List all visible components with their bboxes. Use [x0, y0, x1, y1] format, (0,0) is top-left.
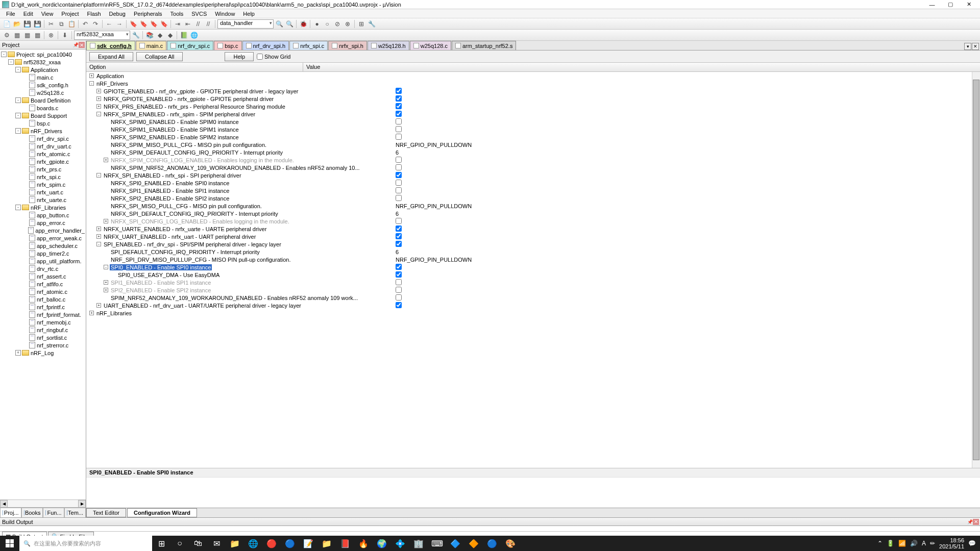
- save-icon[interactable]: 💾: [22, 19, 32, 29]
- option-checkbox[interactable]: [396, 218, 402, 224]
- tree-item[interactable]: app_button.c: [0, 211, 86, 219]
- breakpoint-insert-icon[interactable]: ●: [312, 19, 322, 29]
- find-combo[interactable]: data_handler: [217, 19, 274, 29]
- menu-debug[interactable]: Debug: [105, 9, 130, 18]
- expand-icon[interactable]: +: [15, 350, 21, 356]
- tree-item[interactable]: main.c: [0, 73, 86, 81]
- expand-icon[interactable]: +: [96, 234, 101, 239]
- tree-item[interactable]: nrf_fprintf.c: [0, 303, 86, 311]
- option-column-header[interactable]: Option: [86, 63, 303, 71]
- show-grid-input[interactable]: [257, 54, 263, 60]
- panel-tab[interactable]: Books: [21, 508, 43, 517]
- expand-icon[interactable]: -: [15, 128, 21, 134]
- option-value[interactable]: NRF_GPIO_PIN_PULLDOWN: [396, 203, 472, 209]
- menu-file[interactable]: File: [2, 9, 19, 18]
- option-row[interactable]: NRFX_SPIM0_ENABLED - Enable SPIM0 instan…: [86, 118, 980, 126]
- menu-window[interactable]: Window: [211, 9, 239, 18]
- expand-icon[interactable]: -: [1, 52, 7, 57]
- option-checkbox[interactable]: [396, 111, 402, 117]
- debug-icon[interactable]: 🐞: [299, 19, 308, 29]
- tree-item[interactable]: nrf_atomic.c: [0, 288, 86, 295]
- maximize-button[interactable]: ▢: [941, 0, 960, 9]
- tree-item[interactable]: nrf_assert.c: [0, 272, 86, 280]
- tree-item[interactable]: app_scheduler.c: [0, 242, 86, 249]
- app-icon[interactable]: 🔥: [354, 536, 373, 551]
- option-row[interactable]: +Application: [86, 72, 980, 80]
- option-checkbox[interactable]: [396, 172, 402, 178]
- option-checkbox[interactable]: [396, 164, 402, 170]
- uvision-icon[interactable]: 🔶: [464, 536, 483, 551]
- tab-text-editor[interactable]: Text Editor: [86, 508, 126, 517]
- expand-icon[interactable]: -: [8, 59, 14, 65]
- expand-icon[interactable]: -: [15, 113, 21, 118]
- option-checkbox[interactable]: [396, 103, 402, 109]
- option-row[interactable]: NRFX_SPIM2_ENABLED - Enable SPIM2 instan…: [86, 133, 980, 141]
- tree-item[interactable]: -Board Definition: [0, 96, 86, 104]
- pin-icon[interactable]: 📌: [73, 42, 79, 47]
- option-checkbox[interactable]: [396, 195, 402, 201]
- expand-icon[interactable]: -: [89, 81, 94, 86]
- terminal-icon[interactable]: ⌨: [428, 536, 446, 551]
- option-row[interactable]: +SPI1_ENABLED - Enable SPI1 instance: [86, 279, 980, 286]
- expand-icon[interactable]: -: [96, 242, 101, 246]
- find-icon[interactable]: 🔍: [275, 19, 284, 29]
- minimize-button[interactable]: —: [923, 0, 941, 9]
- tree-item[interactable]: -nrf52832_xxaa: [0, 58, 86, 66]
- menu-help[interactable]: Help: [239, 9, 259, 18]
- app-icon[interactable]: 🔵: [281, 536, 299, 551]
- bookmark-prev-icon[interactable]: 🔖: [139, 19, 148, 29]
- show-grid-checkbox[interactable]: Show Grid: [257, 54, 290, 60]
- file-tab[interactable]: nrfx_spi.h: [328, 41, 367, 50]
- option-checkbox[interactable]: [396, 302, 402, 308]
- option-checkbox[interactable]: [396, 126, 402, 132]
- option-value[interactable]: NRF_GPIO_PIN_PULLDOWN: [396, 257, 472, 263]
- option-row[interactable]: +NRFX_PRS_ENABLED - nrfx_prs - Periphera…: [86, 103, 980, 110]
- tree-item[interactable]: app_error.c: [0, 219, 86, 227]
- option-row[interactable]: +NRFX_UART_ENABLED - nrfx_uart - UART pe…: [86, 233, 980, 240]
- tree-item[interactable]: nrf_ringbuf.c: [0, 326, 86, 334]
- horizontal-scrollbar[interactable]: ◀ ▶: [0, 499, 86, 507]
- tab-close-icon[interactable]: ✕: [972, 43, 979, 50]
- expand-icon[interactable]: +: [96, 303, 101, 308]
- option-checkbox[interactable]: [396, 226, 402, 232]
- file-tab[interactable]: w25q128.c: [410, 41, 451, 50]
- explorer-icon[interactable]: 📁: [226, 536, 244, 551]
- option-checkbox[interactable]: [396, 264, 402, 270]
- expand-icon[interactable]: -: [15, 67, 21, 72]
- app-icon[interactable]: 🏢: [409, 536, 428, 551]
- tree-item[interactable]: nrf_memobj.c: [0, 318, 86, 326]
- tree-item[interactable]: -Project: spi_pca10040: [0, 51, 86, 58]
- menu-tools[interactable]: Tools: [166, 9, 188, 18]
- batch-build-icon[interactable]: ▦: [33, 31, 42, 40]
- option-checkbox[interactable]: [396, 95, 402, 102]
- expand-icon[interactable]: -: [96, 173, 101, 178]
- cortana-icon[interactable]: ○: [170, 536, 189, 551]
- option-row[interactable]: NRFX_SPI1_ENABLED - Enable SPI1 instance: [86, 187, 980, 194]
- volume-icon[interactable]: 🔊: [910, 540, 918, 547]
- menu-peripherals[interactable]: Peripherals: [130, 9, 166, 18]
- tree-item[interactable]: boards.c: [0, 104, 86, 112]
- panel-tab[interactable]: Fun...: [43, 508, 64, 517]
- translate-icon[interactable]: ⚙: [2, 31, 11, 40]
- expand-icon[interactable]: +: [89, 73, 94, 78]
- notifications-icon[interactable]: 💬: [968, 540, 976, 547]
- option-row[interactable]: +nRF_Libraries: [86, 309, 980, 317]
- option-checkbox[interactable]: [396, 287, 402, 293]
- file-tab[interactable]: sdk_config.h: [86, 41, 135, 50]
- expand-icon[interactable]: +: [104, 158, 108, 162]
- vertical-scrollbar[interactable]: [972, 72, 980, 468]
- indent-icon[interactable]: ⇥: [173, 19, 182, 29]
- store-icon[interactable]: 🛍: [189, 536, 207, 551]
- tree-item[interactable]: app_timer2.c: [0, 249, 86, 257]
- bookmark-clear-icon[interactable]: 🔖: [159, 19, 168, 29]
- uncomment-icon[interactable]: //: [204, 19, 213, 29]
- option-row[interactable]: NRFX_SPI2_ENABLED - Enable SPI2 instance: [86, 194, 980, 202]
- option-row[interactable]: NRFX_SPI_DEFAULT_CONFIG_IRQ_PRIORITY - I…: [86, 210, 980, 217]
- option-row[interactable]: SPI0_USE_EASY_DMA - Use EasyDMA: [86, 271, 980, 279]
- pin-icon[interactable]: 📌: [967, 519, 973, 524]
- file-tab[interactable]: arm_startup_nrf52.s: [452, 41, 516, 50]
- expand-icon[interactable]: -: [15, 205, 21, 210]
- tree-item[interactable]: nrf_fprintf_format.: [0, 311, 86, 318]
- expand-icon[interactable]: +: [104, 280, 108, 285]
- panel-close-icon[interactable]: ✕: [973, 519, 979, 525]
